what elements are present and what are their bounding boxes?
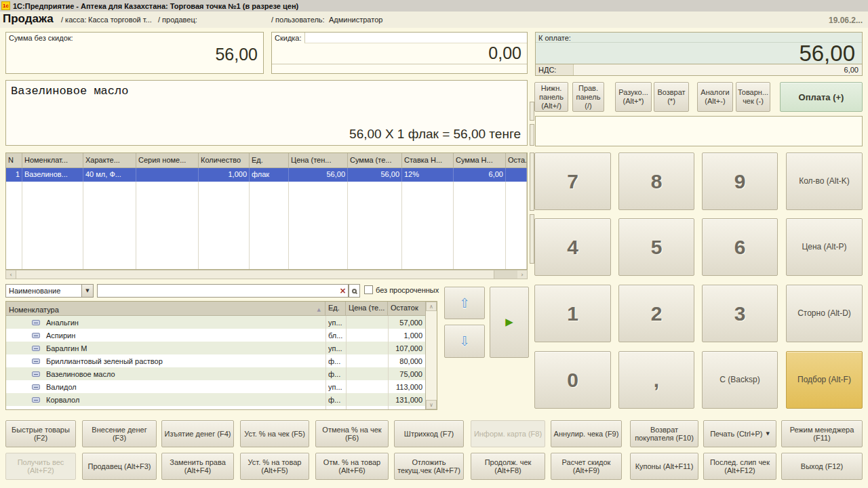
catalog-col-nomenclature[interactable]: Номенклатура ▲: [6, 302, 326, 315]
search-input[interactable]: [98, 287, 338, 295]
catalog-row-clipped[interactable]: [6, 406, 425, 409]
scrollbar-thumb[interactable]: [16, 270, 494, 279]
catalog-row[interactable]: Баралгин М уп... 107,000: [6, 342, 425, 354]
pay-button[interactable]: Оплата (+): [780, 82, 863, 112]
numpad-2[interactable]: 2: [618, 285, 694, 342]
quantity-button[interactable]: Кол-во (Alt-K): [786, 152, 863, 210]
col-header-characteristic[interactable]: Характе...: [83, 153, 136, 167]
vertical-scrollbar[interactable]: ∧ ∨: [425, 302, 437, 409]
scroll-left-icon[interactable]: ‹: [6, 270, 16, 279]
down-arrow-icon: ⇩: [459, 337, 470, 346]
cashdesk-label: / касса:: [61, 16, 86, 24]
col-header-unit[interactable]: Ед.: [250, 153, 289, 167]
coupons-button[interactable]: Купоны (Alt+F11): [630, 453, 698, 480]
discount-input[interactable]: [304, 33, 527, 43]
col-header-vat-sum[interactable]: Сумма Н...: [454, 153, 506, 167]
cancel-check-discount-button[interactable]: Отмена % на чек (F6): [315, 420, 389, 447]
numpad-8[interactable]: 8: [618, 152, 694, 210]
unpack-button[interactable]: Разуко... (Alt+*): [615, 82, 652, 112]
cash-out-button[interactable]: Изъятие денег (F4): [161, 420, 234, 447]
col-header-quantity[interactable]: Количество: [199, 153, 250, 167]
price-button[interactable]: Цена (Alt-P): [786, 218, 863, 276]
numpad-1[interactable]: 1: [534, 285, 611, 342]
catalog-table: Номенклатура ▲ Ед. Цена (те... Остаток А…: [5, 301, 437, 410]
product-calc-line: 56,00 X 1 флак = 56,00 тенге: [349, 127, 521, 142]
sum-no-discount-value: 56,00: [6, 42, 263, 66]
to-pay-panel: К оплате: 56,00: [535, 32, 863, 64]
calc-discounts-button[interactable]: Расчет скидок (Alt+F9): [551, 453, 622, 480]
catalog-row[interactable]: Вазелиновое масло ф... 75,000: [6, 367, 425, 380]
col-header-nomenclature[interactable]: Номенклат...: [22, 153, 83, 167]
set-check-discount-button[interactable]: Уст. % на чек (F5): [240, 420, 309, 447]
numpad-comma[interactable]: ,: [618, 351, 694, 409]
change-rights-button[interactable]: Заменить права (Alt+F4): [161, 453, 234, 480]
expired-checkbox[interactable]: [364, 285, 373, 294]
goods-receipt-button[interactable]: Товарн... чек (-): [736, 82, 770, 112]
right-panel-button[interactable]: Прав. панель (/): [572, 82, 604, 112]
expired-filter[interactable]: без просроченных: [364, 285, 439, 294]
exit-button[interactable]: Выход (F12): [781, 453, 863, 480]
quick-goods-button[interactable]: Быстрые товары (F2): [5, 420, 76, 447]
return-button[interactable]: Возврат (*): [654, 82, 689, 112]
backspace-button[interactable]: C (Backsp): [702, 351, 778, 409]
numpad-6[interactable]: 6: [702, 218, 778, 276]
splitter-handle[interactable]: [530, 124, 534, 146]
pick-button[interactable]: Подбор (Alt-F): [786, 351, 863, 409]
void-check-button[interactable]: Аннулир. чека (F9): [551, 420, 622, 447]
search-button[interactable]: [349, 284, 360, 298]
cancel-item-discount-button[interactable]: Отм. % на товар (Alt+F6): [315, 453, 389, 480]
barcode-button[interactable]: Штрихкод (F7): [394, 420, 464, 447]
cash-in-button[interactable]: Внесение денег (F3): [82, 420, 157, 447]
scroll-down-icon[interactable]: ∨: [426, 400, 437, 409]
continue-check-button[interactable]: Продолж. чек (Alt+F8): [471, 453, 545, 480]
move-up-button[interactable]: ⇧: [444, 287, 485, 319]
last-slip-button[interactable]: Послед. слип чек (Alt+F12): [703, 453, 776, 480]
move-down-button[interactable]: ⇩: [444, 325, 485, 358]
catalog-row[interactable]: Бриллиантовый зеленый раствор ф... 80,00…: [6, 354, 425, 367]
item-icon: [32, 346, 40, 351]
numpad-0[interactable]: 0: [534, 351, 611, 409]
splitter-handle[interactable]: [530, 102, 534, 121]
catalog-col-rest[interactable]: Остаток: [388, 302, 425, 315]
numpad-3[interactable]: 3: [702, 285, 778, 342]
catalog-col-unit[interactable]: Ед.: [326, 302, 346, 315]
search-field-selector[interactable]: Наименование ▼: [5, 284, 94, 298]
catalog-col-price[interactable]: Цена (те...: [346, 302, 388, 315]
splitter-handle[interactable]: [530, 152, 534, 211]
cell-vat-sum: 6,00: [454, 168, 506, 182]
vat-label: НДС:: [536, 64, 573, 75]
select-item-button[interactable]: ▶: [490, 287, 529, 358]
chevron-down-icon[interactable]: ▼: [81, 285, 93, 297]
numpad-7[interactable]: 7: [534, 152, 611, 210]
receipt-row-selected[interactable]: 1 Вазелинов... 40 мл, Ф... 1,000 флак 56…: [6, 168, 527, 182]
scroll-right-icon[interactable]: ›: [517, 270, 527, 279]
catalog-row[interactable]: Аспирин бл... 1,000: [6, 329, 425, 342]
numeric-entry-display[interactable]: [535, 116, 863, 146]
numpad-5[interactable]: 5: [618, 218, 694, 276]
col-header-sum[interactable]: Сумма (те...: [348, 153, 402, 167]
catalog-row[interactable]: Корвалол ф... 131,000: [6, 393, 425, 406]
hold-check-button[interactable]: Отложить текущ.чек (Alt+F7): [394, 453, 464, 480]
col-header-vat-rate[interactable]: Ставка Н...: [402, 153, 454, 167]
col-header-rest[interactable]: Оста...: [506, 153, 527, 167]
search-box[interactable]: ×: [97, 284, 349, 298]
numpad-9[interactable]: 9: [702, 152, 778, 210]
numpad-4[interactable]: 4: [534, 218, 611, 276]
catalog-row[interactable]: Валидол уп... 113,000: [6, 380, 425, 393]
col-header-series[interactable]: Серия номе...: [136, 153, 199, 167]
catalog-row[interactable]: Анальгин уп... 57,000: [6, 316, 425, 329]
manager-mode-button[interactable]: Режим менеджера (F11): [781, 420, 863, 447]
col-header-price[interactable]: Цена (тен...: [289, 153, 348, 167]
scroll-up-icon[interactable]: ∧: [426, 302, 437, 311]
customer-return-button[interactable]: Возврат покупателя (F10): [630, 420, 698, 447]
set-item-discount-button[interactable]: Уст. % на товар (Alt+F5): [240, 453, 309, 480]
splitter-handle[interactable]: [530, 214, 534, 264]
clear-icon[interactable]: ×: [338, 286, 348, 296]
seller-button[interactable]: Продавец (Alt+F3): [82, 453, 157, 480]
storno-button[interactable]: Сторно (Alt-D): [786, 285, 863, 342]
col-header-n[interactable]: N: [6, 153, 22, 167]
print-button[interactable]: Печать (Ctrl+P) ▼: [703, 420, 776, 447]
bottom-panel-button[interactable]: Нижн. панель (Alt+/): [534, 82, 568, 112]
horizontal-scrollbar[interactable]: ‹ ›: [5, 270, 528, 279]
analogs-button[interactable]: Аналоги (Alt+-): [697, 82, 733, 112]
